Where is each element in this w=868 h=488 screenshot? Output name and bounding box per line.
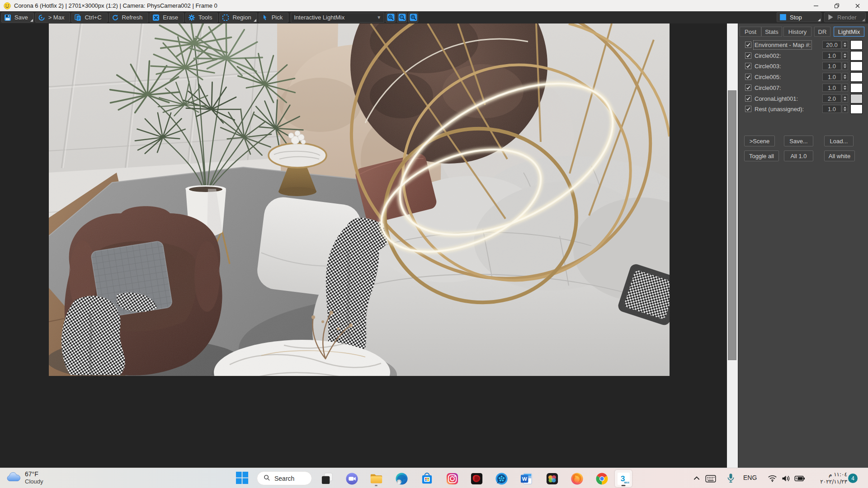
microphone-icon[interactable] (727, 473, 735, 483)
search-input[interactable]: Search (257, 471, 312, 485)
lightmix-intensity-input[interactable]: 1.0 (822, 84, 841, 92)
vertical-scrollbar[interactable] (727, 23, 738, 468)
lightmix-intensity-input[interactable]: 1.0 (822, 62, 841, 70)
lightmix-color-swatch[interactable] (850, 94, 863, 103)
teams-chat-button[interactable] (343, 470, 360, 487)
lightmix-color-swatch[interactable] (850, 51, 863, 61)
tab-stats[interactable]: Stats (761, 27, 782, 37)
scrollbar-thumb[interactable] (728, 90, 736, 360)
lightmix-checkbox[interactable] (745, 42, 751, 48)
render-button[interactable]: Render (824, 12, 866, 22)
restore-icon[interactable] (826, 0, 847, 11)
notification-badge[interactable]: 4 (848, 474, 858, 483)
lightmix-spinner[interactable] (842, 52, 848, 60)
video-app-button[interactable] (493, 470, 510, 487)
lightmix-spinner[interactable] (842, 41, 848, 49)
spinner-up-icon[interactable] (844, 42, 846, 44)
word-button[interactable]: W (518, 470, 535, 487)
spinner-down-icon[interactable] (844, 45, 846, 47)
titlebar[interactable]: Corona 6 (Hotfix 2) | 2701×3000px (1:2) … (0, 0, 868, 12)
edge-button[interactable] (393, 470, 410, 487)
refresh-button[interactable]: Refresh (109, 13, 149, 23)
lightmix-spinner[interactable] (842, 105, 848, 113)
lightmix-intensity-input[interactable]: 20.0 (822, 41, 841, 49)
tab-post[interactable]: Post (740, 27, 761, 37)
spinner-down-icon[interactable] (844, 99, 846, 101)
corona-max-button[interactable]: > Max (35, 13, 71, 23)
lightmix-spinner[interactable] (842, 73, 848, 81)
render-image[interactable] (49, 23, 670, 376)
copy-button[interactable]: Ctrl+C (71, 13, 107, 23)
lightmix-color-swatch[interactable] (850, 72, 863, 82)
tools-button[interactable]: Tools (185, 13, 218, 23)
spinner-up-icon[interactable] (844, 96, 846, 98)
spinner-down-icon[interactable] (844, 109, 846, 111)
tab-history[interactable]: History (783, 27, 811, 37)
davinci-resolve-button[interactable] (543, 470, 561, 487)
wifi-icon[interactable] (768, 475, 777, 482)
lightmix-intensity-input[interactable]: 1.0 (822, 73, 841, 81)
zoom-out-button[interactable] (397, 13, 407, 23)
battery-charging-icon[interactable] (794, 475, 805, 482)
region-button[interactable]: Region (219, 13, 257, 23)
lightmix-spinner[interactable] (842, 62, 848, 70)
clock[interactable]: ١١:٠٤ م ٢٠٢٢/١١/٢٣ (813, 471, 847, 485)
stop-button[interactable]: Stop (777, 12, 821, 22)
lightmix-load-button[interactable]: Load... (824, 136, 854, 146)
lightmix-checkbox[interactable] (745, 74, 751, 80)
media-player-red-button[interactable] (468, 470, 485, 487)
lightmix-toggle-all-button[interactable]: Toggle all (744, 150, 779, 161)
spinner-up-icon[interactable] (844, 53, 846, 55)
file-explorer-button[interactable] (368, 470, 385, 487)
spinner-down-icon[interactable] (844, 56, 846, 58)
spinner-down-icon[interactable] (844, 77, 846, 79)
lightmix-intensity-input[interactable]: 1.0 (822, 105, 841, 113)
lightmix-save-button[interactable]: Save... (784, 136, 813, 146)
lightmix-scene-button[interactable]: >Scene (744, 136, 775, 146)
lightmix-spinner[interactable] (842, 84, 848, 92)
instagram-icon (446, 472, 459, 485)
tab-lightmix[interactable]: LightMix (834, 27, 864, 37)
lightmix-checkbox[interactable] (745, 63, 751, 69)
spinner-up-icon[interactable] (844, 107, 846, 108)
close-icon[interactable] (847, 0, 868, 11)
zoom-reset-button[interactable] (408, 13, 418, 23)
instagram-button[interactable] (443, 470, 461, 487)
volume-icon[interactable] (781, 475, 791, 482)
firefox-button[interactable] (568, 470, 585, 487)
minimize-icon[interactable] (806, 0, 826, 11)
lightmix-checkbox[interactable] (745, 84, 751, 91)
lightmix-all-1-0-button[interactable]: All 1.0 (784, 150, 813, 161)
lightmix-color-swatch[interactable] (850, 40, 863, 50)
touch-keyboard-icon[interactable] (705, 475, 716, 483)
lightmix-color-swatch[interactable] (850, 83, 863, 93)
spinner-down-icon[interactable] (844, 66, 846, 68)
lightmix-all-white-button[interactable]: All white (824, 150, 855, 161)
lightmix-mode-dropdown[interactable]: Interactive LightMix ▼ (291, 13, 384, 23)
lightmix-intensity-input[interactable]: 2.0 (822, 94, 841, 103)
3ds-max-button[interactable]: 3MAX (615, 470, 632, 487)
erase-button[interactable]: Erase (150, 13, 184, 23)
weather-widget[interactable]: 67°F Cloudy (6, 470, 43, 485)
lightmix-checkbox[interactable] (745, 95, 751, 102)
spinner-up-icon[interactable] (844, 85, 846, 87)
start-button[interactable] (233, 470, 250, 487)
spinner-up-icon[interactable] (844, 75, 846, 76)
spinner-up-icon[interactable] (844, 64, 846, 66)
microsoft-store-button[interactable] (418, 470, 435, 487)
tray-chevron-up-icon[interactable] (693, 474, 701, 483)
lightmix-checkbox[interactable] (745, 52, 751, 59)
save-button[interactable]: Save (1, 13, 34, 23)
task-view-button[interactable] (318, 470, 335, 487)
chrome-button[interactable] (593, 470, 610, 487)
lightmix-intensity-input[interactable]: 1.0 (822, 52, 841, 60)
lightmix-spinner[interactable] (842, 94, 848, 103)
language-indicator[interactable]: ENG (743, 474, 757, 481)
pick-button[interactable]: Pick (259, 13, 289, 23)
spinner-down-icon[interactable] (844, 88, 846, 90)
lightmix-checkbox[interactable] (745, 106, 751, 112)
lightmix-color-swatch[interactable] (850, 104, 863, 114)
tab-dr[interactable]: DR (814, 27, 830, 37)
zoom-in-button[interactable] (386, 13, 396, 23)
lightmix-color-swatch[interactable] (850, 61, 863, 71)
